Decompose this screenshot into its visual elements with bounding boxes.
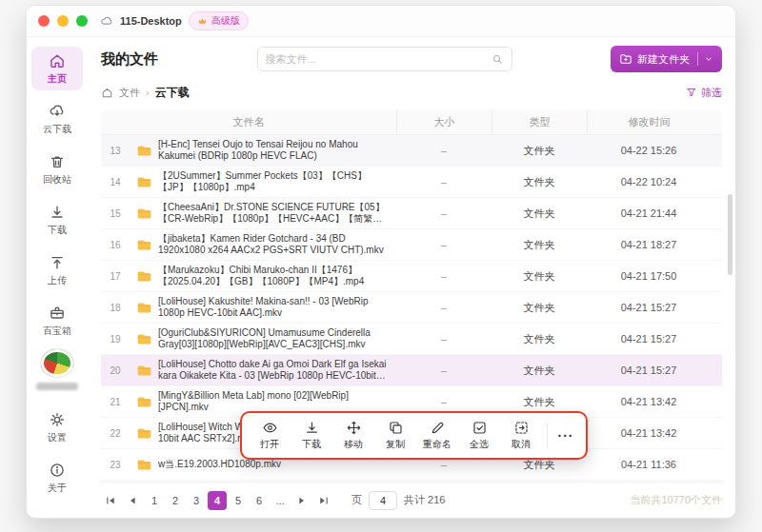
checkbox-icon — [471, 420, 488, 436]
file-type: 文件夹 — [491, 332, 587, 346]
page-jump-input[interactable] — [369, 491, 397, 510]
home-breadcrumb-icon[interactable] — [101, 87, 113, 99]
file-modified-time: 04-21 18:27 — [587, 239, 711, 250]
download-button[interactable]: 下载 — [291, 418, 331, 453]
sidebar-item-download[interactable]: 下载 — [31, 198, 83, 242]
cancel-button[interactable]: 取消 — [501, 418, 541, 453]
file-modified-time: 04-21 13:42 — [587, 396, 711, 407]
sidebar-item-home[interactable]: 主页 — [31, 47, 83, 90]
sidebar-item-toolbox[interactable]: 百宝箱 — [31, 299, 83, 343]
next-page-button[interactable] — [292, 493, 311, 508]
sidebar-item-label: 云下载 — [43, 123, 71, 136]
more-actions-button[interactable]: ··· — [553, 420, 578, 452]
file-size: – — [396, 239, 491, 250]
search-icon — [491, 53, 504, 66]
row-icon-cell — [130, 457, 158, 473]
file-type: 文件夹 — [491, 144, 587, 158]
premium-badge-label: 高级版 — [211, 14, 240, 28]
rename-label: 重命名 — [423, 438, 451, 451]
folder-icon — [136, 331, 152, 347]
first-page-button[interactable] — [101, 493, 120, 508]
chevron-down-icon[interactable] — [704, 54, 713, 64]
prev-page-icon — [127, 495, 138, 506]
zoom-window-button[interactable] — [76, 15, 88, 27]
sidebar-item-about[interactable]: 关于 — [31, 456, 83, 500]
titlebar: 115-Desktop 高级版 — [27, 6, 735, 37]
breadcrumb-separator: › — [146, 87, 150, 98]
table-row[interactable]: 16 【jibaketa】Kamen Rider Gotchard - 34 (… — [101, 229, 722, 261]
file-modified-time: 04-21 15:27 — [587, 365, 711, 376]
file-type: 文件夹 — [491, 301, 587, 315]
pagination-bar: 1 2 3 4 5 6 ... — [101, 482, 722, 518]
filter-label: 筛选 — [701, 86, 722, 100]
move-button[interactable]: 移动 — [333, 418, 373, 453]
table-row[interactable]: 15 【CheesaAni】Dr.STONE SCIENCE FUTURE【05… — [101, 198, 722, 229]
pencil-icon — [430, 420, 446, 436]
open-button[interactable]: 打开 — [250, 418, 290, 453]
column-header-filename[interactable]: 文件名 — [101, 109, 396, 134]
info-icon — [49, 462, 66, 479]
rename-button[interactable]: 重命名 — [417, 418, 457, 453]
page-label: 页 — [351, 493, 362, 507]
sidebar-item-upload[interactable]: 上传 — [31, 248, 83, 292]
file-size: – — [396, 302, 491, 313]
select-all-button[interactable]: 全选 — [459, 418, 499, 453]
sidebar-item-cloud-download[interactable]: 云下载 — [31, 97, 83, 141]
app-logo-icon — [100, 14, 113, 28]
premium-badge[interactable]: 高级版 — [189, 11, 249, 30]
table-row[interactable]: 17 【Marukazoku】Chibi Maruko-chan II【1476… — [101, 261, 722, 292]
file-type: 文件夹 — [491, 207, 587, 221]
page-number-button[interactable]: 2 — [166, 491, 185, 510]
sidebar-item-recycle-bin[interactable]: 回收站 — [31, 148, 83, 191]
copy-button[interactable]: 复制 — [375, 418, 415, 453]
column-header-size[interactable]: 大小 — [396, 109, 491, 134]
file-name: 【Marukazoku】Chibi Maruko-chan II【1476】【2… — [158, 265, 396, 288]
sidebar-item-settings[interactable]: 设置 — [31, 405, 83, 449]
file-size: – — [396, 207, 491, 219]
folder-icon — [136, 425, 152, 442]
row-icon-cell — [130, 206, 158, 222]
column-header-type[interactable]: 类型 — [491, 109, 587, 134]
avatar[interactable] — [41, 349, 73, 377]
file-size: – — [396, 365, 491, 376]
page-number-button[interactable]: 3 — [187, 491, 206, 510]
page-number-button[interactable]: ... — [271, 491, 290, 510]
toolbar-divider — [547, 424, 548, 448]
page-number-button[interactable]: 5 — [229, 491, 248, 510]
folder-icon — [136, 143, 152, 159]
row-icon-cell — [130, 268, 158, 285]
file-name: [H-Enc] Tensei Oujo to Tensai Reijou no … — [158, 139, 396, 163]
rename-label: 复制 — [386, 438, 405, 451]
scrollbar-thumb[interactable] — [728, 194, 732, 275]
last-page-button[interactable] — [314, 493, 333, 508]
filter-button[interactable]: 筛选 — [686, 86, 722, 100]
page-header: 我的文件 新建文件夹 — [101, 37, 722, 81]
page-number-button[interactable]: 6 — [250, 491, 269, 510]
table-row[interactable]: 19 [OguriClub&SIYURICON] Umamusume Cinde… — [101, 324, 722, 355]
file-type: 文件夹 — [491, 269, 587, 284]
sidebar-item-label: 主页 — [48, 72, 67, 86]
folder-plus-icon — [619, 52, 632, 66]
app-window: 115-Desktop 高级版 主页 云下载 回收站 下载 — [26, 5, 736, 519]
row-index: 17 — [101, 271, 130, 282]
minimize-window-button[interactable] — [57, 15, 69, 27]
prev-page-button[interactable] — [123, 493, 142, 508]
page-number-button[interactable]: 1 — [145, 491, 164, 510]
cancel-label: 取消 — [511, 438, 531, 451]
page-number-button[interactable]: 4 — [208, 491, 227, 510]
table-row[interactable]: 13 [H-Enc] Tensei Oujo to Tensai Reijou … — [101, 135, 722, 167]
search-input[interactable] — [266, 53, 491, 65]
folder-icon — [136, 268, 152, 285]
table-row[interactable]: 14 【2USummer】Summer Pockets【03】【CHS】【JP】… — [101, 167, 722, 198]
close-window-button[interactable] — [38, 15, 50, 27]
table-row[interactable]: 20 [LoliHouse] Chotto dake Ai ga Omoi Da… — [101, 355, 722, 386]
new-folder-button[interactable]: 新建文件夹 — [611, 46, 722, 72]
file-modified-time: 04-21 15:27 — [587, 302, 711, 313]
table-row[interactable]: 18 [LoliHouse] Kakushite! Makina-san!! -… — [101, 292, 722, 324]
file-type: 文件夹 — [491, 364, 587, 378]
more-icon: ··· — [558, 422, 574, 450]
breadcrumb-root[interactable]: 文件 — [119, 86, 140, 100]
column-header-modified[interactable]: 修改时间 — [587, 109, 711, 134]
row-index: 16 — [101, 240, 130, 250]
move-icon — [346, 420, 362, 436]
